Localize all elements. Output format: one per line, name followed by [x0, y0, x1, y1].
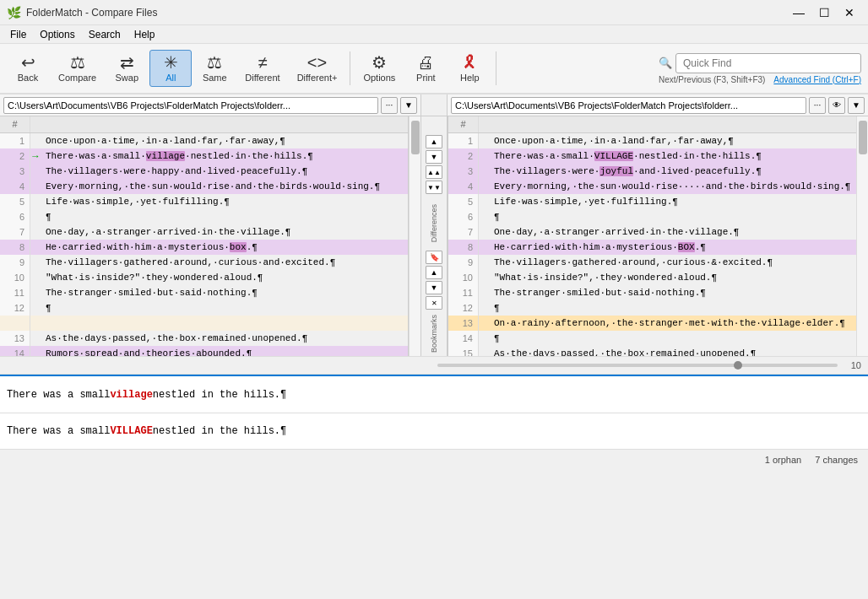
preview-line-1: There was a small village nestled in the… [0, 376, 868, 413]
right-line-3: 3 The·villagers·were·joyful·and·lived·pe… [448, 164, 856, 179]
right-line-2: 2 There·was·a·small·VILLAGE·nestled·in·t… [448, 148, 856, 164]
panels-wrapper: # 1 Once·upon·a·time,·in·a·land·far,·far… [0, 116, 868, 356]
left-path-bar: ··· ▼ [0, 94, 420, 116]
left-path-input[interactable] [3, 97, 378, 114]
search-area: 🔍 Next/Previous (F3, Shift+F3) Advanced … [659, 53, 861, 84]
preview-area: There was a small village nestled in the… [0, 375, 868, 449]
left-line-11: 11 The·stranger·smiled·but·said·nothing.… [0, 285, 408, 300]
left-panel-content[interactable]: 1 Once·upon·a·time,·in·a·land·far,·far·a… [0, 133, 408, 356]
help-button[interactable]: 🎗 Help [448, 50, 491, 87]
compare-button[interactable]: ⚖ Compare [51, 50, 104, 87]
left-line-7: 7 One·day,·a·stranger·arrived·in·the·vil… [0, 224, 408, 240]
bookmark-toggle-button[interactable]: 🔖 [426, 251, 442, 264]
left-line-10: 10 "What·is·inside?"·they·wondered·aloud… [0, 270, 408, 285]
right-line-15: 15 As·the·days·passed,·the·box·remained·… [448, 346, 856, 356]
right-line-7: 7 One·day,·a·stranger·arrived·in·the·vil… [448, 224, 856, 240]
right-panel-content[interactable]: 1 Once·upon·a·time,·in·a·land·far,·far·a… [448, 133, 856, 356]
search-input[interactable] [675, 53, 861, 73]
left-scrollbar[interactable] [409, 116, 420, 356]
menu-bar: File Options Search Help [0, 25, 868, 44]
all-label: All [165, 73, 176, 83]
options-button[interactable]: ⚙ Options [355, 50, 403, 87]
bookmark-nav-up-button[interactable]: ▲ [426, 266, 442, 279]
right-path-eye-button[interactable]: 👁 [828, 97, 845, 114]
differentplus-icon: <> [307, 54, 327, 71]
print-label: Print [416, 73, 436, 83]
left-line-3: 3 The·villagers·were·happy·and·lived·pea… [0, 164, 408, 179]
left-path-nav-button[interactable]: ▼ [400, 97, 417, 114]
orphan-count: 1 orphan [765, 455, 801, 465]
right-line-8: 8 He·carried·with·him·a·mysterious·BOX.¶ [448, 240, 856, 255]
right-line-1: 1 Once·upon·a·time,·in·a·land·far,·far·a… [448, 133, 856, 148]
search-icon: 🔍 [659, 57, 672, 69]
right-line-14: 14 ¶ [448, 331, 856, 346]
preview-line-2: There was a small VILLAGE nestled in the… [0, 413, 868, 450]
print-icon: 🖨 [417, 54, 434, 71]
left-line-empty [0, 316, 408, 331]
diff-nav-down-button[interactable]: ▼ [426, 150, 442, 164]
right-line-12: 12 ¶ [448, 300, 856, 316]
help-label: Help [460, 73, 480, 83]
close-button[interactable]: ✕ [838, 3, 861, 22]
maximize-button[interactable]: ☐ [812, 3, 836, 22]
menu-search[interactable]: Search [82, 27, 127, 42]
compare-label: Compare [58, 73, 96, 83]
right-line-9: 9 The·villagers·gathered·around,·curious… [448, 255, 856, 270]
options-label: Options [363, 73, 395, 83]
print-button[interactable]: 🖨 Print [404, 50, 447, 87]
same-button[interactable]: ⚖ Same [193, 50, 236, 87]
left-line-5: 5 Life·was·simple,·yet·fulfilling.¶ [0, 194, 408, 209]
right-path-more-button[interactable]: ··· [809, 97, 826, 114]
help-icon: 🎗 [461, 54, 478, 71]
left-line-2: 2 → There·was·a·small·village·nestled·in… [0, 148, 408, 164]
menu-options[interactable]: Options [33, 27, 81, 42]
diff-nav-bottom-button[interactable]: ▼▼ [426, 181, 442, 194]
preview-line2-post: nestled in the hills.¶ [153, 425, 286, 437]
left-line-6: 6 ¶ [0, 209, 408, 224]
title-bar: 🌿 FolderMatch - Compare Files — ☐ ✕ [0, 0, 868, 25]
same-icon: ⚖ [207, 54, 222, 71]
menu-help[interactable]: Help [127, 27, 162, 42]
differences-label: Differences [430, 201, 438, 246]
preview-line1-pre: There was a small [7, 389, 110, 401]
preview-line1-post: nestled in the hills.¶ [153, 389, 286, 401]
right-path-nav-button[interactable]: ▼ [848, 97, 865, 114]
back-button[interactable]: ↩ Back [7, 50, 49, 87]
menu-file[interactable]: File [3, 27, 33, 42]
right-path-input[interactable] [451, 97, 806, 114]
right-scroll-thumb[interactable] [859, 121, 867, 154]
differentplus-button[interactable]: <> Different+ [290, 50, 345, 87]
all-button[interactable]: ✳ All [149, 50, 192, 87]
preview-line2-highlight: VILLAGE [110, 425, 152, 437]
toolbar-separator [350, 51, 350, 85]
advanced-find-link[interactable]: Advanced Find (Ctrl+F) [773, 75, 861, 84]
right-scrollbar[interactable] [856, 116, 868, 356]
left-line-12: 12 ¶ [0, 300, 408, 316]
left-line-13: 13 As·the·days·passed,·the·box·remained·… [0, 331, 408, 346]
right-line-5: 5 Life·was·simple,·yet·fulfilling.¶ [448, 194, 856, 209]
diff-nav-buttons: ▲ ▼ ▲▲ ▼▼ [426, 135, 442, 194]
bookmark-clear-button[interactable]: ✕ [426, 296, 442, 310]
left-line-1: 1 Once·upon·a·time,·in·a·land·far,·far·a… [0, 133, 408, 148]
diff-nav-up-button[interactable]: ▲ [426, 135, 442, 148]
app-icon: 🌿 [7, 6, 21, 19]
next-prev-label: Next/Previous (F3, Shift+F3) [659, 75, 765, 84]
left-scroll-thumb[interactable] [411, 121, 420, 154]
diff-nav-top-button[interactable]: ▲▲ [426, 165, 442, 179]
status-bar: 1 orphan 7 changes [0, 449, 868, 469]
right-col-num-header: # [448, 116, 479, 132]
center-diff-panel: ▲ ▼ ▲▲ ▼▼ Differences 🔖 ▲ ▼ ✕ Bookmarks [420, 116, 448, 356]
window-controls: — ☐ ✕ [787, 3, 861, 22]
right-line-11: 11 The·stranger·smiled·but·said·nothing.… [448, 285, 856, 300]
zoom-slider[interactable] [437, 364, 838, 367]
left-col-num-header: # [0, 116, 30, 132]
left-path-more-button[interactable]: ··· [381, 97, 398, 114]
different-button[interactable]: ≠ Different [237, 50, 287, 87]
bookmark-nav-down-button[interactable]: ▼ [426, 281, 442, 294]
zoom-thumb[interactable] [734, 361, 742, 370]
minimize-button[interactable]: — [787, 3, 811, 22]
swap-button[interactable]: ⇄ Swap [106, 50, 148, 87]
back-label: Back [18, 73, 38, 83]
left-line-9: 9 The·villagers·gathered·around,·curious… [0, 255, 408, 270]
right-file-panel: # 1 Once·upon·a·time,·in·a·land·far,·far… [448, 116, 856, 356]
